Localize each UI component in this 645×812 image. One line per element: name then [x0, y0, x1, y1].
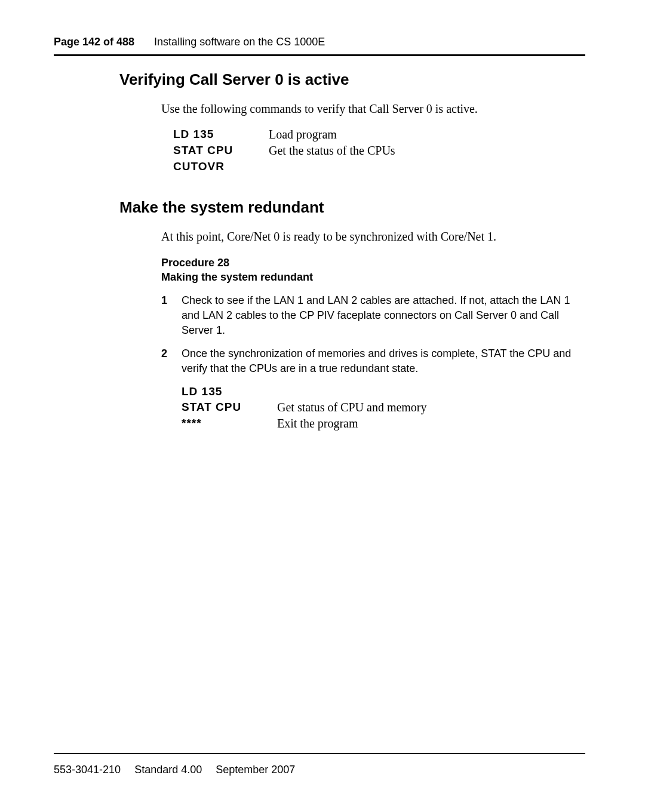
footer-rule	[54, 753, 585, 754]
step-2-text: Once the synchronization of memories and…	[182, 346, 585, 376]
heading-redundant: Make the system redundant	[119, 198, 585, 217]
step-1: 1 Check to see if the LAN 1 and LAN 2 ca…	[161, 293, 585, 339]
footer-docnum: 553-3041-210	[54, 764, 121, 776]
section2-intro: At this point, Core/Net 0 is ready to be…	[161, 229, 585, 245]
procedure-heading: Procedure 28 Making the system redundant	[161, 256, 585, 285]
header-rule	[54, 54, 585, 56]
cmd-ld135-desc: Load program	[269, 128, 337, 142]
step-2-num: 2	[161, 346, 182, 376]
footer-version: Standard 4.00	[134, 764, 202, 776]
cmd-cutovr: CUTOVR	[173, 160, 269, 173]
procedure-title: Making the system redundant	[161, 270, 585, 284]
command-table-2: LD 135 STAT CPU Get status of CPU and me…	[182, 385, 585, 430]
procedure-number: Procedure 28	[161, 256, 585, 270]
section1-intro: Use the following commands to verify tha…	[161, 101, 585, 117]
step-2: 2 Once the synchronization of memories a…	[161, 346, 585, 376]
cmd2-exit-desc: Exit the program	[277, 417, 358, 430]
footer-date: September 2007	[216, 764, 295, 776]
page-number: Page 142 of 488	[54, 36, 134, 48]
cmd2-statcpu: STAT CPU	[182, 401, 277, 414]
page-footer: 553-3041-210 Standard 4.00 September 200…	[54, 753, 585, 776]
cmd2-exit: ****	[182, 417, 277, 430]
section-name: Installing software on the CS 1000E	[154, 36, 325, 48]
cmd-statcpu-desc: Get the status of the CPUs	[269, 144, 395, 158]
cmd-statcpu: STAT CPU	[173, 144, 269, 158]
page-header: Page 142 of 488 Installing software on t…	[54, 36, 585, 48]
cmd-ld135: LD 135	[173, 128, 269, 142]
command-table-1: LD 135 Load program STAT CPU Get the sta…	[173, 128, 585, 173]
step-1-num: 1	[161, 293, 182, 339]
step-1-text: Check to see if the LAN 1 and LAN 2 cabl…	[182, 293, 585, 339]
cmd2-statcpu-desc: Get status of CPU and memory	[277, 401, 427, 414]
cmd2-ld135: LD 135	[182, 385, 277, 398]
heading-verifying: Verifying Call Server 0 is active	[119, 70, 585, 89]
